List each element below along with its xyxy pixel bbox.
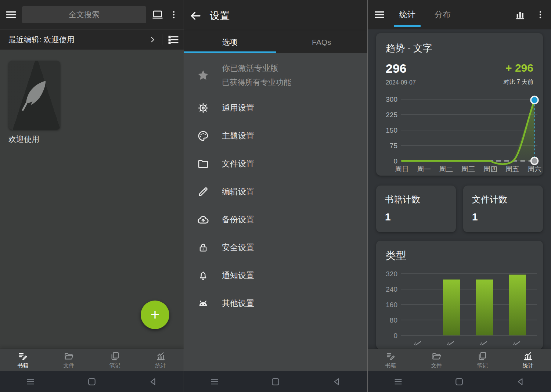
back-icon (515, 376, 526, 387)
trend-delta: + 296 (503, 62, 533, 73)
settings-appbar: 设置 (184, 0, 367, 31)
nav-notes[interactable]: 笔记 (460, 349, 505, 371)
back-button[interactable] (306, 371, 367, 392)
home-icon (454, 376, 465, 387)
trend-date: 2024-09-07 (386, 79, 416, 86)
overflow-menu-button[interactable] (169, 9, 179, 20)
desktop-mode-button[interactable] (151, 8, 164, 21)
lock-icon (184, 242, 222, 253)
back-button[interactable] (490, 371, 551, 392)
tab-options[interactable]: 选项 (184, 31, 276, 53)
tab-faqs[interactable]: FAQs (276, 31, 368, 53)
cloud-upload-icon (184, 213, 222, 226)
back-arrow-button[interactable] (189, 10, 202, 22)
nav-files[interactable]: 文件 (414, 349, 460, 371)
book-cover (8, 61, 60, 130)
android-icon (184, 297, 222, 310)
overflow-menu-button[interactable] (536, 9, 545, 20)
recent-edit-label: 最近编辑: 欢迎使用 (8, 35, 148, 45)
active-tab-underline (394, 25, 421, 27)
nav-stats[interactable]: 统计 (138, 349, 184, 371)
pencil-icon (184, 186, 222, 198)
home-button[interactable] (61, 371, 123, 392)
settings-screen: 设置 选项 FAQs 你已激活专业版 已获得所有专业功能 (184, 0, 367, 392)
book-item[interactable]: 欢迎使用 (8, 61, 60, 144)
back-button[interactable] (122, 371, 184, 392)
nav-label: 统计 (523, 362, 534, 369)
overflow-icon (169, 9, 179, 20)
nav-files[interactable]: 文件 (46, 349, 92, 371)
nav-label: 笔记 (109, 362, 120, 369)
stats-body: 趋势 - 文字 296 2024-09-07 + 296 对比 7 天前 300… (368, 29, 551, 349)
nav-label: 书籍 (18, 362, 29, 369)
feather-icon (19, 77, 50, 114)
settings-item-notifications[interactable]: 通知设置 (184, 262, 367, 289)
settings-item-theme[interactable]: 主题设置 (184, 122, 367, 150)
svg-text:320: 320 (386, 270, 397, 278)
tab-statistics[interactable]: 统计 (390, 0, 425, 29)
recents-button[interactable] (368, 371, 429, 392)
bar-chart-icon (514, 9, 526, 21)
search-input[interactable] (22, 6, 146, 23)
settings-item-label: 文件设置 (222, 158, 254, 169)
svg-text:75: 75 (390, 142, 397, 150)
overflow-icon (536, 9, 545, 20)
recents-button[interactable] (184, 371, 245, 392)
back-icon (331, 376, 342, 387)
menu-button[interactable] (374, 9, 385, 21)
settings-item-editor[interactable]: 编辑设置 (184, 178, 367, 206)
books-icon (386, 351, 396, 361)
recents-button[interactable] (0, 371, 61, 392)
bell-icon (184, 270, 222, 281)
svg-text:周日: 周日 (395, 165, 409, 173)
svg-text:300: 300 (386, 96, 397, 103)
count-value: 1 (472, 211, 534, 223)
home-button[interactable] (429, 371, 490, 392)
svg-text:周五: 周五 (505, 165, 519, 173)
home-icon (270, 376, 281, 387)
pro-version-banner[interactable]: 你已激活专业版 已获得所有专业功能 (184, 59, 367, 94)
svg-text:225: 225 (386, 111, 397, 119)
settings-item-general[interactable]: 通用设置 (184, 94, 367, 122)
nav-stats[interactable]: 统计 (505, 349, 551, 371)
trend-card: 趋势 - 文字 296 2024-09-07 + 296 对比 7 天前 300… (376, 33, 543, 176)
trend-card-header: 趋势 - 文字 296 2024-09-07 + 296 对比 7 天前 (376, 33, 543, 86)
view-list-button[interactable] (168, 34, 179, 46)
menu-button[interactable] (5, 9, 17, 21)
library-screen: 最近编辑: 欢迎使用 欢迎使用 + (0, 0, 184, 392)
chart-type-button[interactable] (514, 9, 526, 21)
svg-text:周三: 周三 (461, 165, 475, 173)
settings-item-security[interactable]: 安全设置 (184, 234, 367, 262)
count-label: 书籍计数 (385, 194, 447, 205)
recents-icon (393, 376, 404, 387)
type-card-title: 类型 (376, 241, 543, 263)
android-navbar (184, 371, 367, 392)
nav-notes[interactable]: 笔记 (92, 349, 138, 371)
add-book-fab[interactable]: + (141, 301, 169, 329)
nav-label: 文件 (431, 362, 442, 369)
nav-books[interactable]: 书籍 (368, 349, 414, 371)
tab-distribution[interactable]: 分布 (425, 0, 460, 29)
recents-icon (209, 376, 220, 387)
settings-item-backup[interactable]: 备份设置 (184, 206, 367, 234)
library-body: 欢迎使用 + (0, 50, 184, 349)
recent-edit-row[interactable]: 最近编辑: 欢迎使用 (0, 29, 184, 50)
nav-books[interactable]: 书籍 (0, 349, 46, 371)
folder-icon (184, 158, 222, 170)
svg-text:周四: 周四 (483, 165, 497, 173)
tab-label: FAQs (312, 38, 331, 47)
settings-item-files[interactable]: 文件设置 (184, 150, 367, 178)
settings-item-label: 通用设置 (222, 103, 254, 114)
gear-icon (184, 102, 222, 114)
svg-text:周六: 周六 (527, 165, 541, 173)
settings-item-label: 主题设置 (222, 130, 254, 141)
settings-item-label: 通知设置 (222, 270, 254, 281)
pro-line1: 你已激活专业版 (222, 63, 291, 74)
book-count-card: 书籍计数 1 (376, 186, 456, 232)
palette-icon (184, 130, 222, 142)
type-card: 类型 320240160800 (376, 241, 543, 349)
view-list-icon (168, 34, 179, 46)
home-button[interactable] (245, 371, 306, 392)
settings-item-other[interactable]: 其他设置 (184, 289, 367, 317)
trend-delta-caption: 对比 7 天前 (503, 78, 533, 86)
